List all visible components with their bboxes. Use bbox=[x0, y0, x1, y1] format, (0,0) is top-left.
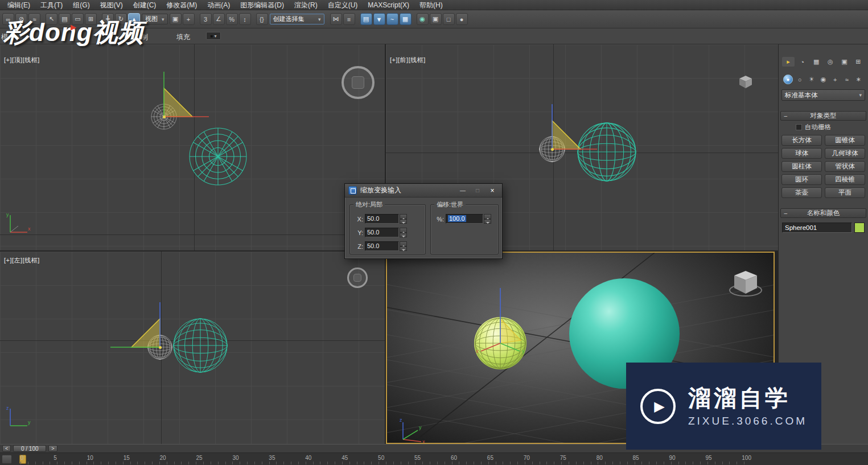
object-type-button[interactable]: 几何球体 bbox=[825, 148, 865, 159]
object-type-button[interactable]: 球体 bbox=[781, 148, 822, 159]
y-spinner[interactable] bbox=[400, 228, 407, 237]
angle-snap-icon[interactable]: ∠ bbox=[213, 13, 225, 25]
named-selection-dropdown[interactable]: 创建选择集 bbox=[270, 14, 324, 24]
object-color-swatch[interactable] bbox=[854, 223, 865, 233]
x-label: X: bbox=[354, 216, 363, 223]
viewcube-mini[interactable] bbox=[737, 74, 754, 90]
render-production-icon[interactable]: ● bbox=[456, 13, 468, 25]
object-type-rollout[interactable]: 对象类型 bbox=[780, 111, 866, 121]
y-scale-field[interactable]: 50.0 bbox=[365, 228, 399, 237]
use-pivot-center-icon[interactable]: ▣ bbox=[170, 13, 182, 25]
layer-manager-icon[interactable]: ▤ bbox=[360, 13, 372, 25]
teal-sphere-object[interactable] bbox=[172, 318, 228, 373]
percent-label: %: bbox=[435, 216, 444, 223]
y-label: Y: bbox=[354, 229, 363, 236]
object-type-button[interactable]: 四棱锥 bbox=[825, 174, 865, 185]
select-and-manipulate-icon[interactable]: + bbox=[183, 13, 195, 25]
tab-display[interactable]: ▣ bbox=[838, 57, 850, 67]
viewport-top[interactable]: y x [+][顶][线框] bbox=[0, 44, 385, 250]
object-type-button[interactable]: 圆柱体 bbox=[781, 161, 822, 172]
autogrid-checkbox[interactable] bbox=[796, 124, 802, 130]
scale-gizmo[interactable] bbox=[106, 299, 174, 361]
render-setup-icon[interactable]: ▣ bbox=[430, 13, 442, 25]
viewport-label[interactable]: [+][左][线框] bbox=[4, 256, 40, 265]
ribbon-fragment-fill[interactable]: 填充 bbox=[176, 32, 190, 42]
menu-item[interactable]: 修改器(M) bbox=[161, 0, 202, 10]
dialog-titlebar[interactable]: 缩放变换输入 — □ × bbox=[345, 184, 502, 197]
menu-item[interactable]: 图形编辑器(D) bbox=[235, 0, 289, 10]
material-editor-icon[interactable]: ◉ bbox=[417, 13, 429, 25]
x-scale-field[interactable]: 50.0 bbox=[365, 214, 399, 224]
viewcube[interactable] bbox=[727, 268, 764, 301]
category-cameras-icon[interactable]: ◉ bbox=[818, 75, 828, 84]
menu-item[interactable]: 自定义(U) bbox=[323, 0, 363, 10]
z-scale-field[interactable]: 50.0 bbox=[365, 241, 399, 251]
menu-item[interactable]: 渲染(R) bbox=[289, 0, 323, 10]
edit-named-selections-icon[interactable]: {} bbox=[256, 13, 268, 25]
viewport-label[interactable]: [+][前][线框] bbox=[390, 56, 426, 64]
time-slider[interactable]: 0 / 100 bbox=[13, 445, 46, 452]
viewport-nav-ring[interactable] bbox=[347, 268, 368, 288]
category-systems-icon[interactable]: ∗ bbox=[854, 75, 863, 84]
object-name-field[interactable]: Sphere001 bbox=[782, 223, 852, 233]
primitive-category-dropdown[interactable]: 标准基本体 bbox=[781, 89, 865, 101]
category-geometry-icon[interactable]: ● bbox=[783, 75, 793, 84]
spinner-snap-icon[interactable]: ↕ bbox=[239, 13, 251, 25]
scale-gizmo[interactable] bbox=[538, 101, 600, 163]
reference-coordinate-dropdown[interactable]: 视图 bbox=[142, 14, 168, 24]
timeline-ruler[interactable]: 0510152025303540455055606570758085909510… bbox=[0, 452, 868, 465]
minimize-button[interactable]: — bbox=[456, 186, 469, 195]
object-type-button[interactable]: 管状体 bbox=[825, 161, 865, 172]
menu-item[interactable]: 组(G) bbox=[68, 0, 94, 10]
rendered-frame-icon[interactable]: □ bbox=[443, 13, 455, 25]
category-helpers-icon[interactable]: + bbox=[830, 75, 840, 84]
mirror-icon[interactable]: ⋈ bbox=[330, 13, 342, 25]
x-spinner[interactable] bbox=[400, 214, 407, 224]
category-spacewarps-icon[interactable]: ≈ bbox=[842, 75, 851, 84]
tab-hierarchy[interactable]: ▦ bbox=[810, 57, 822, 67]
menu-item[interactable]: 工具(T) bbox=[35, 0, 68, 10]
category-lights-icon[interactable]: ☀ bbox=[807, 75, 816, 84]
scale-gizm[interactable] bbox=[150, 68, 212, 131]
percent-offset-field[interactable]: 100.0 bbox=[446, 214, 483, 224]
name-color-rollout[interactable]: 名称和颜色 bbox=[780, 208, 866, 218]
ribbon-toggle-icon[interactable]: ▼ bbox=[373, 13, 385, 25]
maximize-button[interactable]: □ bbox=[471, 186, 484, 195]
menu-item[interactable]: 视图(V) bbox=[95, 0, 128, 10]
percent-snap-icon[interactable]: % bbox=[226, 13, 238, 25]
close-icon[interactable]: × bbox=[486, 186, 499, 195]
align-icon[interactable]: ≡ bbox=[343, 13, 355, 25]
tab-utilities[interactable]: ⊞ bbox=[852, 57, 865, 67]
z-spinner[interactable] bbox=[400, 241, 407, 251]
category-shapes-icon[interactable]: ○ bbox=[795, 75, 805, 84]
paint-options-button[interactable] bbox=[206, 32, 221, 40]
object-type-button[interactable]: 圆环 bbox=[781, 174, 822, 185]
curve-editor-icon[interactable]: ~ bbox=[386, 13, 398, 25]
snaps-toggle-icon[interactable]: 3 bbox=[200, 13, 212, 25]
timeline-tick: 25 bbox=[196, 455, 202, 461]
tab-motion[interactable]: ◎ bbox=[824, 57, 837, 67]
tab-modify[interactable]: ◔ bbox=[796, 57, 809, 67]
menu-item[interactable]: 编辑(E) bbox=[2, 0, 35, 10]
tab-create[interactable]: ▸ bbox=[782, 57, 795, 67]
viewport-left[interactable]: z y [+][左][线框] bbox=[0, 252, 385, 444]
viewport-nav-ring[interactable] bbox=[342, 66, 375, 99]
menu-item[interactable]: MAXScript(X) bbox=[363, 0, 414, 10]
object-type-button[interactable]: 圆锥体 bbox=[825, 135, 865, 146]
timeline-tick: 30 bbox=[232, 455, 238, 461]
viewport-label[interactable]: [+][顶][线框] bbox=[4, 56, 40, 64]
teal-sphere-object[interactable] bbox=[188, 127, 248, 186]
menu-item[interactable]: 创建(C) bbox=[128, 0, 162, 10]
menu-item[interactable]: 动画(A) bbox=[202, 0, 235, 10]
timeline-tick: 20 bbox=[160, 455, 166, 461]
percent-spinner[interactable] bbox=[484, 214, 491, 224]
scale-gizmo[interactable]: x y bbox=[472, 283, 529, 355]
prev-frame-button[interactable]: < bbox=[2, 445, 11, 452]
object-type-button[interactable]: 茶壶 bbox=[781, 187, 822, 198]
next-frame-button[interactable]: > bbox=[48, 445, 57, 452]
object-type-button[interactable]: 长方体 bbox=[781, 135, 822, 146]
menu-item[interactable]: 帮助(H) bbox=[414, 0, 448, 10]
mini-curve-editor-icon[interactable] bbox=[2, 455, 12, 464]
schematic-view-icon[interactable]: ▦ bbox=[400, 13, 412, 25]
object-type-button[interactable]: 平面 bbox=[825, 187, 865, 198]
